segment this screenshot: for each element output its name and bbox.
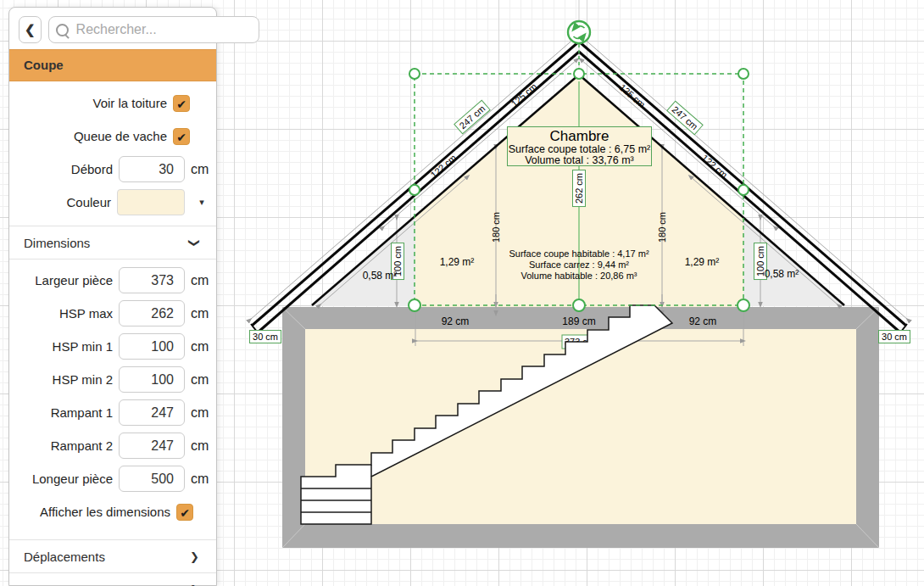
field-unit: cm <box>191 306 213 321</box>
chevron-down-icon: ❯ <box>188 238 201 248</box>
selection-handle-top-center[interactable] <box>574 69 584 79</box>
field-row-rampant-2: Rampant 2 cm <box>9 429 216 462</box>
couleur-label: Couleur <box>66 195 111 209</box>
toggle-row-voir-toiture: Voir la toiture ✔ <box>9 87 216 120</box>
field-label: Rampant 1 <box>51 405 113 420</box>
rampant-1-input[interactable] <box>119 399 185 426</box>
field-unit: cm <box>191 438 213 454</box>
voir-toiture-checkbox[interactable]: ✔ <box>173 95 190 112</box>
field-row-rampant-1: Rampant 1 cm <box>9 396 216 429</box>
couleur-row: Couleur ▾ <box>9 186 216 219</box>
toggle-row-queue-de-vache: Queue de vache ✔ <box>9 120 216 153</box>
back-chevron-icon: ❮ <box>25 22 36 37</box>
back-button[interactable]: ❮ <box>19 16 42 43</box>
field-unit: cm <box>191 372 213 388</box>
field-row-longeur: Longeur pièce cm <box>9 462 216 495</box>
field-label: Largeur pièce <box>35 273 113 287</box>
section-textes[interactable]: Textes ❯ <box>9 572 216 586</box>
color-swatch[interactable] <box>117 189 185 215</box>
properties-panel: ❮ Coupe Voir la toiture ✔ Queue de vache… <box>8 7 217 586</box>
field-label: Longeur pièce <box>32 472 113 486</box>
field-unit: cm <box>191 273 213 288</box>
selection-handle-mid-right[interactable] <box>738 185 749 195</box>
field-label: HSP min 2 <box>53 372 113 387</box>
panel-title: Coupe <box>9 49 216 81</box>
debord-unit: cm <box>191 162 213 177</box>
search-box[interactable] <box>48 16 259 43</box>
rampant-2-input[interactable] <box>119 433 185 459</box>
field-label: Rampant 2 <box>51 438 113 453</box>
section-dimensions[interactable]: Dimensions ❯ <box>9 226 216 259</box>
queue-de-vache-checkbox[interactable]: ✔ <box>173 128 190 145</box>
field-unit: cm <box>191 472 213 487</box>
section-deplacements[interactable]: Déplacements ❯ <box>9 539 216 572</box>
selection-handle-mid-left[interactable] <box>409 185 420 195</box>
field-row-largeur: Largeur pièce cm <box>9 264 216 297</box>
field-label: HSP min 1 <box>53 339 113 354</box>
field-row-hsp-max: HSP max cm <box>9 297 216 330</box>
hsp-max-input[interactable] <box>119 300 185 326</box>
debord-label: Débord <box>71 162 113 176</box>
field-row-hsp-min-1: HSP min 1 cm <box>9 330 216 363</box>
search-icon <box>56 24 69 36</box>
toggle-label: Voir la toiture <box>92 96 167 110</box>
rotate-handle[interactable] <box>568 21 590 43</box>
hsp-min-1-input[interactable] <box>119 333 185 360</box>
field-row-hsp-min-2: HSP min 2 cm <box>9 363 216 396</box>
debord-row: Débord cm <box>9 153 216 186</box>
selection-handle-bottom-right[interactable] <box>738 299 749 311</box>
field-unit: cm <box>191 405 213 421</box>
caret-down-icon[interactable]: ▾ <box>191 197 213 208</box>
section-title: Dimensions <box>24 236 90 250</box>
debord-input[interactable] <box>119 156 185 182</box>
hsp-min-2-input[interactable] <box>119 366 185 393</box>
section-title: Textes <box>24 583 60 586</box>
field-label: HSP max <box>59 306 113 321</box>
field-unit: cm <box>191 339 213 354</box>
check-icon: ✔ <box>176 131 186 144</box>
chevron-right-icon: ❯ <box>190 550 199 563</box>
check-icon: ✔ <box>180 506 190 520</box>
afficher-dimensions-checkbox[interactable]: ✔ <box>176 504 193 521</box>
longeur-piece-input[interactable] <box>119 466 185 492</box>
selection-handle-top-left[interactable] <box>409 69 420 79</box>
afficher-dimensions-row: Afficher les dimensions ✔ <box>9 495 216 528</box>
section-title: Déplacements <box>24 550 105 564</box>
panel-toolbar: ❮ <box>9 8 216 49</box>
afficher-label: Afficher les dimensions <box>40 505 170 519</box>
selection-handle-bottom-center[interactable] <box>573 299 585 311</box>
selection-handle-bottom-left[interactable] <box>409 299 420 311</box>
check-icon: ✔ <box>176 98 186 111</box>
search-input[interactable] <box>75 21 253 38</box>
selection-handle-top-right[interactable] <box>738 69 749 79</box>
toggle-label: Queue de vache <box>74 129 167 143</box>
largeur-piece-input[interactable] <box>119 267 185 293</box>
chevron-right-icon: ❯ <box>190 583 199 586</box>
